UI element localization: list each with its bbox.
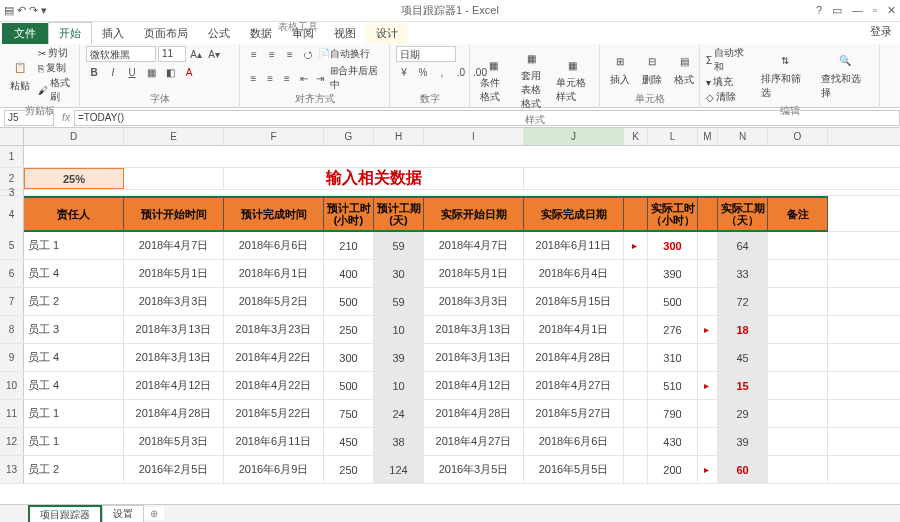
tab-pagelayout[interactable]: 页面布局	[134, 23, 198, 44]
font-color-button[interactable]: A	[181, 64, 197, 80]
format-button[interactable]: ▤格式	[670, 50, 698, 89]
cell-flag2[interactable]	[698, 260, 718, 287]
cell-plan-end[interactable]: 2016年6月9日	[224, 456, 324, 483]
cell-act-start[interactable]: 2018年4月12日	[424, 372, 524, 399]
col-header[interactable]: O	[768, 128, 828, 145]
condfmt-button[interactable]: ▦条件格式	[476, 53, 510, 106]
th-plan-days[interactable]: 预计工期 (天)	[374, 196, 424, 232]
help-icon[interactable]: ?	[816, 4, 822, 17]
delete-button[interactable]: ⊟删除	[638, 50, 666, 89]
cell-act-end[interactable]: 2018年4月27日	[524, 372, 624, 399]
cut-button[interactable]: ✂剪切	[38, 46, 73, 60]
row-header[interactable]: 6	[0, 260, 24, 287]
cell-flag[interactable]	[624, 372, 648, 399]
cell-act-start[interactable]: 2018年5月1日	[424, 260, 524, 287]
cell-plan-end[interactable]: 2018年4月22日	[224, 344, 324, 371]
cell-notes[interactable]	[768, 400, 828, 427]
cell-person[interactable]: 员工 2	[24, 288, 124, 315]
col-header[interactable]: N	[718, 128, 768, 145]
align-mid-icon[interactable]: ≡	[264, 46, 280, 62]
cell-act-days[interactable]: 45	[718, 344, 768, 371]
cell-flag2[interactable]	[698, 232, 718, 259]
cell-act-hours[interactable]: 510	[648, 372, 698, 399]
cell-act-days[interactable]: 18	[718, 316, 768, 343]
cell-plan-days[interactable]: 124	[374, 456, 424, 483]
cell-plan-start[interactable]: 2018年5月1日	[124, 260, 224, 287]
paste-button[interactable]: 📋粘贴	[6, 56, 34, 95]
cell-act-start[interactable]: 2018年3月3日	[424, 288, 524, 315]
row-header[interactable]: 7	[0, 288, 24, 315]
wrap-button[interactable]: 📄自动换行	[318, 47, 370, 61]
formula-input[interactable]: =TODAY()	[74, 110, 900, 126]
cell-act-end[interactable]: 2018年6月11日	[524, 232, 624, 259]
fill-button[interactable]: ▾填充	[706, 75, 753, 89]
indent-inc-icon[interactable]: ⇥	[313, 70, 328, 86]
increase-font-icon[interactable]: A▴	[188, 46, 204, 62]
cell-flag[interactable]	[624, 288, 648, 315]
col-header[interactable]: I	[424, 128, 524, 145]
th-act-end[interactable]: 实际完成日期	[524, 196, 624, 232]
insert-button[interactable]: ⊞插入	[606, 50, 634, 89]
cell-flag2[interactable]: ▸	[698, 316, 718, 343]
row-header[interactable]: 12	[0, 428, 24, 455]
cell-plan-hours[interactable]: 400	[324, 260, 374, 287]
cell-plan-start[interactable]: 2018年3月3日	[124, 288, 224, 315]
quickaccess[interactable]: ▤ ↶ ↷ ▾	[4, 4, 47, 17]
col-header[interactable]: K	[624, 128, 648, 145]
cell-act-days[interactable]: 60	[718, 456, 768, 483]
cell-flag[interactable]	[624, 400, 648, 427]
cell-act-hours[interactable]: 310	[648, 344, 698, 371]
cell-flag2[interactable]: ▸	[698, 372, 718, 399]
th-act-start[interactable]: 实际开始日期	[424, 196, 524, 232]
align-left-icon[interactable]: ≡	[246, 70, 261, 86]
cell-notes[interactable]	[768, 316, 828, 343]
col-header[interactable]: J	[524, 128, 624, 145]
clear-button[interactable]: ◇清除	[706, 90, 753, 104]
title-cell[interactable]: 输入相关数据	[224, 168, 524, 189]
cell-plan-end[interactable]: 2018年3月23日	[224, 316, 324, 343]
cell-person[interactable]: 员工 1	[24, 232, 124, 259]
sheet-tab-add[interactable]: ⊕	[144, 507, 164, 520]
cell-person[interactable]: 员工 3	[24, 316, 124, 343]
cell-act-start[interactable]: 2018年4月7日	[424, 232, 524, 259]
th-plan-start[interactable]: 预计开始时间	[124, 196, 224, 232]
row-header[interactable]: 9	[0, 344, 24, 371]
name-box[interactable]: J5	[4, 110, 54, 126]
col-header[interactable]: H	[374, 128, 424, 145]
cell-act-end[interactable]: 2016年5月5日	[524, 456, 624, 483]
copy-button[interactable]: ⎘复制	[38, 61, 73, 75]
formatpainter-button[interactable]: 🖌格式刷	[38, 76, 73, 104]
find-button[interactable]: 🔍查找和选择	[817, 49, 873, 102]
row-header[interactable]: 13	[0, 456, 24, 483]
cellstyle-button[interactable]: ▦单元格样式	[552, 53, 593, 106]
cell-plan-end[interactable]: 2018年4月22日	[224, 372, 324, 399]
align-right-icon[interactable]: ≡	[279, 70, 294, 86]
file-tab[interactable]: 文件	[2, 23, 48, 44]
currency-icon[interactable]: ¥	[396, 64, 412, 80]
autosum-button[interactable]: Σ自动求和	[706, 46, 753, 74]
cell-plan-end[interactable]: 2018年6月6日	[224, 232, 324, 259]
cell-person[interactable]: 员工 1	[24, 428, 124, 455]
cell-notes[interactable]	[768, 456, 828, 483]
dec-inc-icon[interactable]: .0	[453, 64, 469, 80]
cell-act-end[interactable]: 2018年5月15日	[524, 288, 624, 315]
bold-button[interactable]: B	[86, 64, 102, 80]
orientation-icon[interactable]: ⭯	[300, 46, 316, 62]
row-header[interactable]: 2	[0, 168, 24, 189]
col-header[interactable]: F	[224, 128, 324, 145]
cell-act-days[interactable]: 33	[718, 260, 768, 287]
cell-plan-hours[interactable]: 500	[324, 288, 374, 315]
cell-notes[interactable]	[768, 344, 828, 371]
cell-person[interactable]: 员工 2	[24, 456, 124, 483]
sheet-tab-tracker[interactable]: 项目跟踪器	[28, 505, 102, 523]
cell-notes[interactable]	[768, 372, 828, 399]
cell-act-hours[interactable]: 200	[648, 456, 698, 483]
col-header[interactable]: E	[124, 128, 224, 145]
cell-act-hours[interactable]: 390	[648, 260, 698, 287]
cell-plan-start[interactable]: 2018年3月13日	[124, 344, 224, 371]
cell-notes[interactable]	[768, 232, 828, 259]
cell-plan-days[interactable]: 10	[374, 316, 424, 343]
cell-plan-hours[interactable]: 500	[324, 372, 374, 399]
align-bot-icon[interactable]: ≡	[282, 46, 298, 62]
tab-formulas[interactable]: 公式	[198, 23, 240, 44]
